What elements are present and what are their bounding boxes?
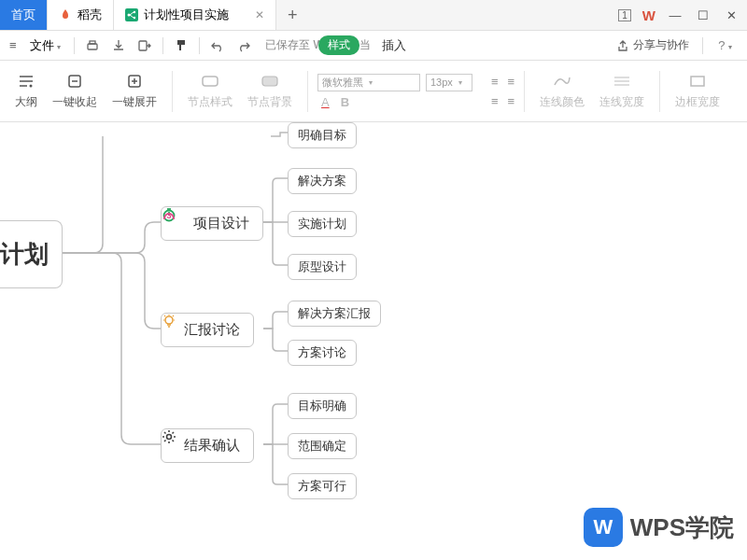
- print-icon[interactable]: [80, 34, 105, 58]
- svg-rect-13: [691, 77, 704, 86]
- mindmap-canvas[interactable]: 计划 明确目标 3 项目设计 解决方案 实施计划 原型设计 汇报讨论 解决方案汇…: [0, 122, 747, 560]
- line-width-button[interactable]: 连线宽度: [592, 72, 652, 110]
- separator: [199, 37, 200, 54]
- collapse-label: 一键收起: [52, 94, 97, 110]
- flame-icon: [59, 8, 72, 21]
- redo-icon[interactable]: [232, 34, 256, 58]
- saved-label: 已保存至 W: [265, 37, 324, 53]
- mindmap-leaf-node[interactable]: 方案可行: [288, 473, 357, 499]
- collapse-icon: [66, 72, 83, 91]
- undo-icon[interactable]: [205, 34, 230, 58]
- tab-docker[interactable]: 稻壳: [48, 0, 114, 30]
- after-pill: 当: [359, 37, 371, 53]
- watermark-label: WPS学院: [630, 511, 734, 544]
- border-width-button[interactable]: 边框宽度: [668, 72, 727, 110]
- watermark: W WPS学院: [584, 508, 734, 547]
- connector-lines: [0, 122, 747, 560]
- minimize-button[interactable]: —: [667, 8, 684, 22]
- hamburger-icon[interactable]: ≡: [6, 38, 21, 52]
- expand-button[interactable]: 一键展开: [105, 72, 164, 110]
- mindmap-root-node[interactable]: 计划: [0, 220, 63, 288]
- align-left-icon[interactable]: ≡: [491, 75, 499, 89]
- collapse-button[interactable]: 一键收起: [45, 72, 105, 110]
- svg-point-17: [167, 435, 172, 440]
- mindmap-branch-design[interactable]: 3 项目设计: [161, 206, 263, 241]
- branch-design-label: 项目设计: [193, 215, 249, 231]
- line-color-button[interactable]: 连线颜色: [532, 72, 592, 110]
- tab-document[interactable]: 计划性项目实施 ✕: [114, 0, 276, 30]
- mindmap-leaf-node[interactable]: 原型设计: [288, 254, 357, 280]
- node-bg-icon: [261, 72, 279, 91]
- expand-label: 一键展开: [112, 94, 157, 110]
- svg-rect-7: [177, 40, 185, 45]
- share-label: 分享与协作: [633, 37, 689, 53]
- branch-report-label: 汇报讨论: [184, 321, 240, 337]
- help-button[interactable]: ? ▾: [709, 38, 741, 52]
- window-count-badge[interactable]: 1: [618, 9, 631, 21]
- mindmap-leaf-node[interactable]: 方案讨论: [288, 340, 357, 366]
- font-color-button[interactable]: A: [321, 95, 330, 109]
- maximize-button[interactable]: ☐: [695, 8, 712, 22]
- share-icon: [616, 39, 629, 52]
- mindmap-leaf-node[interactable]: 解决方案: [288, 168, 357, 194]
- tab-docker-label: 稻壳: [78, 7, 102, 23]
- align-center-icon[interactable]: ≡: [508, 75, 515, 89]
- line-color-label: 连线颜色: [540, 94, 585, 110]
- new-tab-button[interactable]: +: [276, 0, 309, 30]
- separator: [702, 37, 703, 54]
- node-style-button[interactable]: 节点样式: [180, 72, 240, 110]
- mindmap-branch-report[interactable]: 汇报讨论: [161, 313, 254, 347]
- align-justify-icon[interactable]: ≡: [508, 94, 515, 108]
- close-window-button[interactable]: ✕: [723, 8, 740, 22]
- mindmap-leaf-node[interactable]: 实施计划: [288, 211, 357, 237]
- wps-logo-icon: W: [642, 7, 655, 23]
- font-size-label: 13px: [430, 77, 453, 88]
- menubar: ≡ 文件 ▾ 已保存至 W 样式 当 插入 分享与协作 ? ▾: [0, 31, 747, 61]
- svg-rect-5: [90, 41, 95, 44]
- line-width-icon: [613, 72, 631, 91]
- node-bg-button[interactable]: 节点背景: [240, 72, 300, 110]
- file-menu-label: 文件: [30, 38, 54, 52]
- mindmap-leaf-node[interactable]: 范围确定: [288, 433, 357, 459]
- file-menu[interactable]: 文件 ▾: [22, 37, 69, 54]
- branch-confirm-label: 结果确认: [184, 437, 240, 453]
- insert-menu[interactable]: 插入: [382, 37, 406, 54]
- titlebar: 首页 稻壳 计划性项目实施 ✕ + 1 W — ☐ ✕: [0, 0, 747, 31]
- save-status: 已保存至 W 样式 当: [265, 35, 371, 55]
- svg-point-16: [165, 316, 173, 324]
- svg-rect-12: [262, 77, 277, 86]
- wps-badge-icon: W: [584, 508, 623, 547]
- mindmap-icon: [125, 8, 138, 21]
- separator: [162, 37, 163, 54]
- border-width-icon: [688, 72, 707, 91]
- format-painter-icon[interactable]: [169, 34, 193, 58]
- svg-point-3: [134, 17, 135, 19]
- export-icon[interactable]: [133, 34, 157, 58]
- outline-button[interactable]: 大纲: [7, 72, 45, 110]
- font-family-label: 微软雅黑: [322, 76, 363, 90]
- close-tab-icon[interactable]: ✕: [255, 8, 264, 21]
- outline-label: 大纲: [15, 94, 37, 110]
- svg-rect-11: [203, 77, 218, 86]
- font-family-select[interactable]: 微软雅黑▾: [317, 74, 420, 91]
- svg-text:3: 3: [166, 211, 171, 220]
- mindmap-leaf-node[interactable]: 目标明确: [288, 393, 357, 419]
- style-pill[interactable]: 样式: [318, 35, 359, 55]
- svg-point-8: [30, 85, 33, 88]
- tab-home[interactable]: 首页: [0, 0, 48, 30]
- align-right-icon[interactable]: ≡: [491, 94, 499, 108]
- separator: [74, 37, 75, 54]
- tab-document-label: 计划性项目实施: [144, 7, 229, 23]
- bold-button[interactable]: B: [341, 95, 349, 109]
- mindmap-leaf-node[interactable]: 解决方案汇报: [288, 301, 381, 327]
- border-width-label: 边框宽度: [675, 94, 720, 110]
- mindmap-branch-confirm[interactable]: 结果确认: [161, 428, 254, 463]
- font-size-select[interactable]: 13px▾: [426, 74, 472, 91]
- download-icon[interactable]: [106, 34, 131, 58]
- node-bg-label: 节点背景: [247, 94, 292, 110]
- svg-rect-0: [125, 8, 138, 21]
- svg-point-2: [134, 11, 135, 13]
- share-button[interactable]: 分享与协作: [609, 37, 697, 53]
- expand-icon: [126, 72, 143, 91]
- mindmap-leaf-node[interactable]: 明确目标: [288, 122, 357, 148]
